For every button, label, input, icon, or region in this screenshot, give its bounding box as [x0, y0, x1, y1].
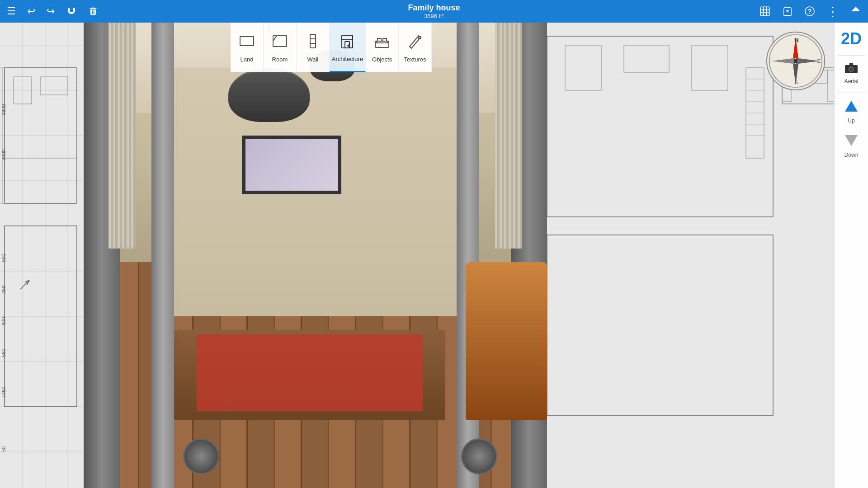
cart-icon[interactable]	[780, 4, 795, 19]
svg-text:N: N	[794, 37, 799, 43]
tool-objects[interactable]: Objects	[366, 23, 399, 72]
compass-circle: N S E	[766, 32, 825, 90]
tool-wall-label: Wall	[307, 56, 318, 63]
table-cloth	[197, 334, 423, 411]
architecture-icon	[338, 32, 356, 53]
svg-rect-16	[41, 77, 68, 95]
tool-textures-label: Textures	[404, 56, 426, 63]
top-toolbar: ☰ ↩ ↪ Family house 3696 ft²	[0, 0, 868, 23]
svg-text:900: 900	[1, 317, 6, 325]
tool-textures[interactable]: Textures	[399, 23, 432, 72]
app-title: Family house	[408, 3, 460, 13]
toolbar-right-group: ? ⋮	[757, 2, 863, 21]
svg-rect-32	[547, 36, 773, 217]
right-sidebar: 2D Aerial Up Down	[834, 23, 868, 488]
aerial-view-button[interactable]: Aerial	[837, 58, 866, 88]
svg-rect-35	[624, 45, 669, 72]
tool-panel: Land Room Wall	[231, 23, 432, 72]
svg-marker-84	[845, 101, 858, 112]
svg-point-82	[849, 67, 853, 71]
dining-table	[174, 330, 445, 420]
svg-rect-68	[377, 41, 387, 43]
joystick-left[interactable]	[183, 438, 219, 474]
curtain-left	[108, 23, 136, 249]
svg-text:900: 900	[1, 254, 6, 262]
app-title-group: Family house 3696 ft²	[408, 3, 460, 20]
wall-icon	[304, 32, 322, 54]
tool-architecture[interactable]: Architecture	[330, 23, 366, 72]
view-up-button[interactable]: Up	[837, 95, 866, 127]
objects-icon	[373, 32, 391, 54]
toolbar-left-group: ☰ ↩ ↪	[5, 3, 100, 19]
down-label: Down	[844, 152, 859, 158]
room-icon	[271, 32, 289, 54]
svg-rect-33	[547, 235, 773, 416]
compass: N S E	[762, 27, 830, 95]
svg-rect-36	[692, 45, 728, 90]
up-arrow-icon	[844, 99, 859, 117]
tool-land-label: Land	[241, 56, 254, 63]
redo-icon[interactable]: ↪	[44, 3, 57, 19]
more-options-icon[interactable]: ⋮	[824, 2, 841, 21]
svg-rect-55	[240, 37, 254, 46]
svg-text:560: 560	[1, 349, 6, 357]
svg-line-29	[20, 280, 29, 289]
tv-screen	[242, 136, 341, 194]
svg-point-76	[793, 59, 798, 63]
joystick-right[interactable]	[461, 438, 497, 474]
svg-point-63	[348, 45, 349, 46]
sidebar-divider-1	[838, 55, 865, 56]
undo-icon[interactable]: ↩	[25, 3, 38, 19]
svg-text:50: 50	[1, 446, 6, 452]
trash-icon[interactable]	[86, 4, 100, 19]
svg-text:3600: 3600	[1, 150, 6, 160]
svg-marker-85	[845, 135, 858, 146]
down-arrow-icon	[844, 133, 859, 151]
magnet-icon[interactable]	[64, 4, 79, 19]
svg-rect-34	[565, 45, 601, 90]
up-label: Up	[848, 117, 854, 124]
view-2d-button[interactable]: 2D	[837, 27, 866, 51]
view-down-button[interactable]: Down	[837, 130, 866, 162]
camera-icon	[843, 61, 859, 77]
menu-icon[interactable]: ☰	[5, 3, 18, 19]
svg-rect-83	[849, 63, 853, 65]
curtain-right	[495, 23, 522, 249]
aerial-label: Aerial	[844, 78, 859, 84]
svg-line-70	[410, 47, 411, 48]
3d-settings-icon[interactable]	[757, 3, 773, 19]
tool-architecture-label: Architecture	[332, 56, 363, 62]
sidebar-divider-2	[838, 93, 865, 93]
textures-icon	[406, 32, 424, 54]
floor-lamp-orange	[466, 262, 547, 420]
svg-text:250: 250	[1, 286, 6, 294]
tool-room[interactable]: Room	[264, 23, 297, 72]
svg-text:E: E	[817, 58, 821, 64]
svg-point-69	[418, 36, 421, 39]
tool-wall[interactable]: Wall	[297, 23, 330, 72]
column-near-left	[151, 23, 174, 488]
tool-room-label: Room	[272, 56, 288, 63]
svg-rect-65	[375, 41, 389, 47]
tool-objects-label: Objects	[372, 56, 392, 63]
svg-rect-48	[760, 7, 769, 16]
help-icon[interactable]: ?	[802, 4, 817, 19]
interior-scene	[84, 23, 547, 488]
svg-rect-58	[310, 34, 316, 48]
svg-text:?: ?	[808, 8, 812, 15]
svg-text:3600: 3600	[1, 104, 6, 115]
view-2d-label: 2D	[841, 31, 862, 47]
svg-text:S: S	[794, 79, 798, 85]
viewport-3d[interactable]	[84, 23, 547, 488]
share-icon[interactable]	[848, 4, 863, 19]
land-icon	[238, 32, 256, 54]
app-subtitle: 3696 ft²	[408, 13, 460, 19]
svg-text:1450: 1450	[1, 387, 6, 398]
tool-land[interactable]: Land	[231, 23, 264, 72]
